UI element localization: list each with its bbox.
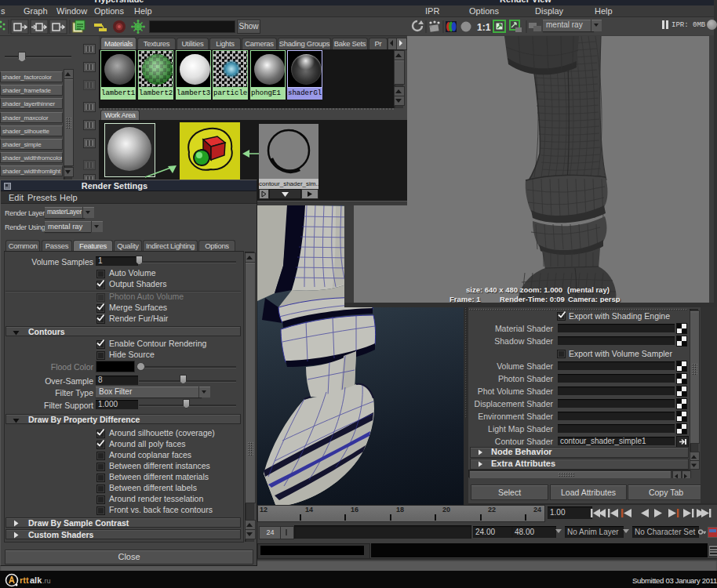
svg-text:1:1: 1:1: [477, 22, 491, 33]
svg-text:.ru: .ru: [42, 577, 51, 585]
svg-text:rtt: rtt: [20, 575, 29, 585]
svg-text:alk: alk: [30, 575, 42, 585]
